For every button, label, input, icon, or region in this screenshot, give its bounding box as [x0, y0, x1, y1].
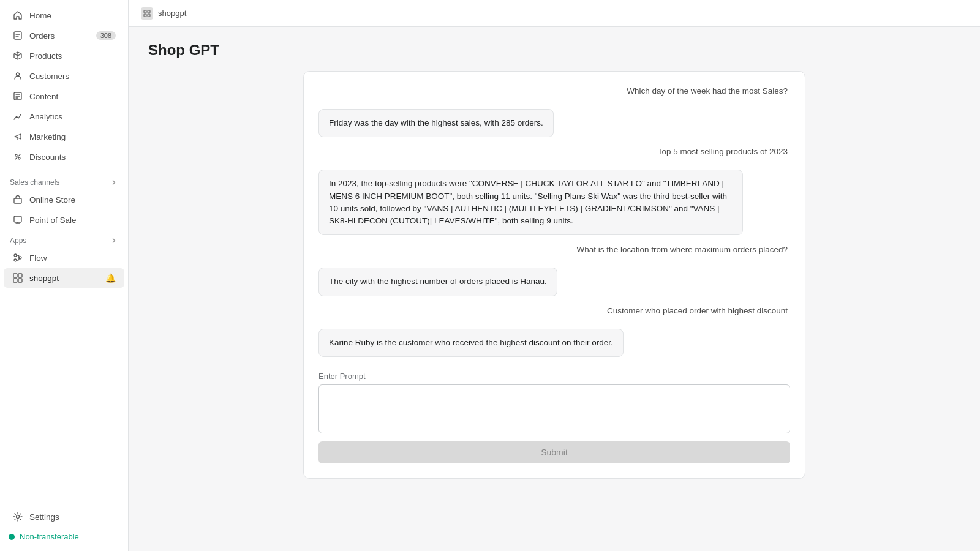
question-row-3: Customer who placed order with highest d… [318, 306, 790, 319]
home-icon [12, 10, 23, 21]
non-transferable-label: Non-transferable [20, 532, 79, 541]
sidebar-item-online-store[interactable]: Online Store [4, 190, 124, 209]
bell-icon: 🔔 [105, 273, 116, 283]
apps-section: Apps Flow shopgpt 🔔 [0, 230, 128, 288]
svg-rect-0 [14, 32, 21, 39]
question-text-0: Which day of the week had the most Sales… [627, 86, 790, 96]
sales-channels-chevron-icon[interactable] [110, 178, 118, 187]
answer-row-2: The city with the highest number of orde… [318, 268, 790, 296]
answer-row-0: Friday was the day with the highest sale… [318, 109, 790, 137]
svg-rect-17 [144, 14, 146, 17]
answer-bubble-1: In 2023, the top-selling products were "… [318, 170, 743, 235]
analytics-icon [12, 111, 23, 122]
sidebar-item-flow[interactable]: Flow [4, 248, 124, 268]
settings-icon [12, 511, 23, 522]
main-content: shopgpt Shop GPT Which day of the week h… [129, 0, 980, 551]
answer-bubble-2: The city with the highest number of orde… [318, 268, 557, 296]
sales-channels-section: Sales channels Online Store Point of Sal… [0, 172, 128, 230]
apps-label: Apps [10, 236, 26, 245]
sidebar-item-customers[interactable]: Customers [4, 66, 124, 86]
question-row-2: What is the location from where maximum … [318, 245, 790, 258]
content-area: Shop GPT Which day of the week had the m… [129, 27, 980, 551]
sidebar-item-analytics[interactable]: Analytics [4, 107, 124, 126]
sidebar-item-label-customers: Customers [29, 72, 69, 81]
pos-icon [12, 214, 23, 225]
sidebar-item-marketing[interactable]: Marketing [4, 127, 124, 146]
sidebar-item-label-home: Home [29, 11, 51, 20]
sidebar-item-discounts[interactable]: Discounts [4, 147, 124, 167]
online-store-icon [12, 194, 23, 205]
svg-rect-12 [13, 279, 17, 282]
svg-rect-10 [13, 274, 17, 277]
svg-point-14 [17, 515, 20, 519]
sidebar-bottom: Settings Non-transferable [0, 501, 128, 551]
sales-channels-label: Sales channels [10, 178, 59, 187]
settings-label: Settings [29, 512, 59, 522]
sidebar-item-label-discounts: Discounts [29, 152, 66, 162]
sidebar-item-home[interactable]: Home [4, 6, 124, 25]
flow-icon [12, 252, 23, 263]
answer-bubble-0: Friday was the day with the highest sale… [318, 109, 554, 137]
sidebar-item-label-point-of-sale: Point of Sale [29, 216, 77, 225]
svg-rect-16 [148, 10, 150, 13]
svg-rect-15 [144, 10, 146, 13]
sidebar: Home Orders 308 Products Customers Conte… [0, 0, 129, 551]
prompt-section: Enter Prompt Submit [318, 372, 790, 463]
orders-icon [12, 30, 23, 41]
settings-nav-item[interactable]: Settings [4, 507, 124, 527]
page-title: Shop GPT [148, 42, 960, 59]
question-text-1: Top 5 most selling products of 2023 [658, 147, 790, 156]
shopgpt-nav-item[interactable]: shopgpt 🔔 [4, 268, 124, 288]
sidebar-item-orders[interactable]: Orders 308 [4, 26, 124, 45]
svg-point-1 [17, 73, 20, 76]
svg-rect-13 [18, 279, 22, 282]
top-bar: shopgpt [129, 0, 980, 27]
svg-point-3 [15, 154, 17, 156]
badge-orders: 308 [96, 31, 116, 40]
breadcrumb: shopgpt [158, 9, 186, 18]
submit-button[interactable]: Submit [318, 441, 790, 463]
sidebar-item-label-orders: Orders [29, 31, 55, 40]
apps-chevron-icon[interactable] [110, 236, 118, 245]
app-icon [141, 7, 153, 20]
sidebar-item-content[interactable]: Content [4, 86, 124, 106]
question-text-3: Customer who placed order with highest d… [607, 306, 790, 315]
sidebar-item-point-of-sale[interactable]: Point of Sale [4, 210, 124, 230]
sales-channels-header: Sales channels [0, 172, 128, 189]
sidebar-item-label-analytics: Analytics [29, 112, 62, 121]
products-icon [12, 50, 23, 61]
sidebar-item-label-content: Content [29, 92, 58, 101]
discounts-icon [12, 151, 23, 162]
customers-icon [12, 70, 23, 81]
svg-rect-18 [148, 14, 150, 17]
content-icon [12, 91, 23, 102]
chat-container: Which day of the week had the most Sales… [303, 71, 805, 479]
sidebar-item-label-flow: Flow [29, 253, 47, 263]
svg-rect-5 [14, 198, 21, 203]
shopgpt-label: shopgpt [29, 274, 59, 283]
question-row-0: Which day of the week had the most Sales… [318, 86, 790, 99]
non-transferable-item[interactable]: Non-transferable [0, 527, 128, 546]
answer-bubble-3: Karine Ruby is the customer who received… [318, 329, 624, 357]
svg-point-4 [18, 157, 20, 159]
answer-row-3: Karine Ruby is the customer who received… [318, 329, 790, 357]
shopgpt-icon [12, 272, 23, 283]
sidebar-item-label-marketing: Marketing [29, 132, 66, 141]
prompt-label: Enter Prompt [318, 372, 790, 381]
apps-header: Apps [0, 230, 128, 247]
main-nav: Home Orders 308 Products Customers Conte… [0, 0, 128, 172]
sidebar-item-label-products: Products [29, 51, 62, 61]
prompt-textarea[interactable] [318, 384, 790, 433]
sidebar-item-label-online-store: Online Store [29, 195, 75, 204]
question-row-1: Top 5 most selling products of 2023 [318, 147, 790, 160]
answer-row-1: In 2023, the top-selling products were "… [318, 170, 790, 235]
non-transferable-dot-icon [9, 534, 15, 540]
svg-rect-11 [18, 274, 22, 277]
question-text-2: What is the location from where maximum … [577, 245, 790, 254]
svg-rect-6 [14, 216, 21, 222]
chat-messages: Which day of the week had the most Sales… [318, 86, 790, 357]
marketing-icon [12, 131, 23, 142]
sidebar-item-products[interactable]: Products [4, 46, 124, 66]
